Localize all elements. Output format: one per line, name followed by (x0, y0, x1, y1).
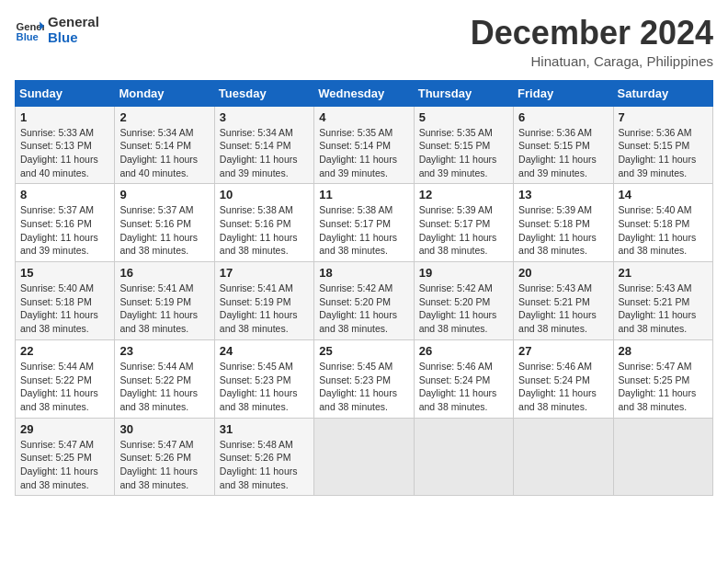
day-number: 20 (518, 266, 608, 280)
calendar-cell: 10 Sunrise: 5:38 AMSunset: 5:16 PMDaylig… (214, 184, 313, 262)
calendar-cell: 2 Sunrise: 5:34 AMSunset: 5:14 PMDayligh… (115, 106, 214, 184)
day-number: 25 (319, 344, 408, 358)
day-number: 13 (518, 188, 608, 201)
day-number: 28 (619, 344, 708, 358)
calendar-cell: 20 Sunrise: 5:43 AMSunset: 5:21 PMDaylig… (514, 262, 613, 340)
day-number: 29 (20, 422, 109, 436)
day-info: Sunrise: 5:35 AMSunset: 5:14 PMDaylight:… (319, 127, 397, 178)
day-info: Sunrise: 5:40 AMSunset: 5:18 PMDaylight:… (619, 204, 697, 256)
day-info: Sunrise: 5:40 AMSunset: 5:18 PMDaylight:… (20, 282, 98, 334)
day-number: 1 (20, 110, 109, 124)
day-number: 10 (220, 188, 309, 201)
day-number: 2 (119, 110, 209, 124)
day-info: Sunrise: 5:45 AMSunset: 5:23 PMDaylight:… (220, 361, 298, 412)
col-wednesday: Wednesday (314, 80, 414, 106)
day-info: Sunrise: 5:38 AMSunset: 5:17 PMDaylight:… (319, 204, 397, 256)
day-info: Sunrise: 5:47 AMSunset: 5:26 PMDaylight:… (119, 439, 198, 490)
calendar-cell (613, 418, 712, 496)
calendar-row: 8 Sunrise: 5:37 AMSunset: 5:16 PMDayligh… (16, 184, 713, 262)
day-number: 26 (419, 344, 508, 358)
calendar-cell: 29 Sunrise: 5:47 AMSunset: 5:25 PMDaylig… (16, 418, 115, 496)
day-info: Sunrise: 5:41 AMSunset: 5:19 PMDaylight:… (119, 282, 198, 334)
calendar-cell: 18 Sunrise: 5:42 AMSunset: 5:20 PMDaylig… (314, 262, 414, 340)
calendar-cell: 12 Sunrise: 5:39 AMSunset: 5:17 PMDaylig… (414, 184, 513, 262)
day-info: Sunrise: 5:38 AMSunset: 5:16 PMDaylight:… (220, 204, 298, 256)
month-title: December 2024 (471, 15, 713, 52)
calendar-cell: 16 Sunrise: 5:41 AMSunset: 5:19 PMDaylig… (115, 262, 214, 340)
calendar-row: 1 Sunrise: 5:33 AMSunset: 5:13 PMDayligh… (16, 106, 713, 184)
day-info: Sunrise: 5:42 AMSunset: 5:20 PMDaylight:… (419, 282, 497, 334)
day-info: Sunrise: 5:42 AMSunset: 5:20 PMDaylight:… (319, 282, 397, 334)
day-number: 19 (419, 266, 508, 280)
calendar-cell: 24 Sunrise: 5:45 AMSunset: 5:23 PMDaylig… (214, 339, 313, 418)
logo: General Blue General Blue (15, 15, 99, 45)
day-info: Sunrise: 5:36 AMSunset: 5:15 PMDaylight:… (518, 127, 597, 178)
day-number: 4 (319, 110, 408, 124)
day-number: 14 (619, 188, 708, 201)
day-number: 21 (619, 266, 708, 280)
calendar-cell: 4 Sunrise: 5:35 AMSunset: 5:14 PMDayligh… (314, 106, 414, 184)
calendar-table: Sunday Monday Tuesday Wednesday Thursday… (15, 80, 713, 497)
day-info: Sunrise: 5:39 AMSunset: 5:18 PMDaylight:… (518, 204, 597, 256)
day-info: Sunrise: 5:33 AMSunset: 5:13 PMDaylight:… (20, 127, 98, 178)
calendar-cell: 8 Sunrise: 5:37 AMSunset: 5:16 PMDayligh… (16, 184, 115, 262)
calendar-cell (414, 418, 513, 496)
day-info: Sunrise: 5:43 AMSunset: 5:21 PMDaylight:… (619, 282, 697, 334)
day-number: 23 (119, 344, 209, 358)
day-info: Sunrise: 5:36 AMSunset: 5:15 PMDaylight:… (619, 127, 697, 178)
calendar-cell: 21 Sunrise: 5:43 AMSunset: 5:21 PMDaylig… (613, 262, 712, 340)
day-info: Sunrise: 5:47 AMSunset: 5:25 PMDaylight:… (619, 361, 697, 412)
day-number: 24 (220, 344, 309, 358)
day-number: 15 (20, 266, 109, 280)
calendar-cell: 31 Sunrise: 5:48 AMSunset: 5:26 PMDaylig… (214, 418, 313, 496)
calendar-cell: 7 Sunrise: 5:36 AMSunset: 5:15 PMDayligh… (613, 106, 712, 184)
day-number: 7 (619, 110, 708, 124)
day-info: Sunrise: 5:46 AMSunset: 5:24 PMDaylight:… (518, 361, 597, 412)
day-info: Sunrise: 5:37 AMSunset: 5:16 PMDaylight:… (20, 204, 98, 256)
calendar-cell: 19 Sunrise: 5:42 AMSunset: 5:20 PMDaylig… (414, 262, 513, 340)
day-number: 17 (220, 266, 309, 280)
logo-icon: General Blue (15, 16, 44, 45)
calendar-cell: 25 Sunrise: 5:45 AMSunset: 5:23 PMDaylig… (314, 339, 414, 418)
calendar-body: 1 Sunrise: 5:33 AMSunset: 5:13 PMDayligh… (16, 106, 713, 496)
day-info: Sunrise: 5:47 AMSunset: 5:25 PMDaylight:… (20, 439, 98, 490)
calendar-cell: 9 Sunrise: 5:37 AMSunset: 5:16 PMDayligh… (115, 184, 214, 262)
col-thursday: Thursday (414, 80, 513, 106)
calendar-cell: 28 Sunrise: 5:47 AMSunset: 5:25 PMDaylig… (613, 339, 712, 418)
day-number: 22 (20, 344, 109, 358)
calendar-row: 15 Sunrise: 5:40 AMSunset: 5:18 PMDaylig… (16, 262, 713, 340)
day-info: Sunrise: 5:45 AMSunset: 5:23 PMDaylight:… (319, 361, 397, 412)
day-number: 11 (319, 188, 408, 201)
calendar-row: 22 Sunrise: 5:44 AMSunset: 5:22 PMDaylig… (16, 339, 713, 418)
day-info: Sunrise: 5:48 AMSunset: 5:26 PMDaylight:… (220, 439, 298, 490)
calendar-row: 29 Sunrise: 5:47 AMSunset: 5:25 PMDaylig… (16, 418, 713, 496)
calendar-cell (314, 418, 414, 496)
day-info: Sunrise: 5:44 AMSunset: 5:22 PMDaylight:… (20, 361, 98, 412)
day-number: 27 (518, 344, 608, 358)
location: Hinatuan, Caraga, Philippines (471, 53, 713, 69)
logo-text: General Blue (48, 15, 99, 45)
page-header: General Blue General Blue December 2024 … (15, 15, 713, 69)
day-info: Sunrise: 5:37 AMSunset: 5:16 PMDaylight:… (119, 204, 198, 256)
calendar-cell: 1 Sunrise: 5:33 AMSunset: 5:13 PMDayligh… (16, 106, 115, 184)
day-number: 3 (220, 110, 309, 124)
day-number: 8 (20, 188, 109, 201)
calendar-cell: 13 Sunrise: 5:39 AMSunset: 5:18 PMDaylig… (514, 184, 613, 262)
calendar-cell: 17 Sunrise: 5:41 AMSunset: 5:19 PMDaylig… (214, 262, 313, 340)
calendar-cell: 5 Sunrise: 5:35 AMSunset: 5:15 PMDayligh… (414, 106, 513, 184)
svg-text:Blue: Blue (17, 31, 39, 42)
day-number: 12 (419, 188, 508, 201)
calendar-cell: 23 Sunrise: 5:44 AMSunset: 5:22 PMDaylig… (115, 339, 214, 418)
calendar-cell: 6 Sunrise: 5:36 AMSunset: 5:15 PMDayligh… (514, 106, 613, 184)
col-sunday: Sunday (16, 80, 115, 106)
weekday-header-row: Sunday Monday Tuesday Wednesday Thursday… (16, 80, 713, 106)
calendar-cell: 11 Sunrise: 5:38 AMSunset: 5:17 PMDaylig… (314, 184, 414, 262)
calendar-cell: 30 Sunrise: 5:47 AMSunset: 5:26 PMDaylig… (115, 418, 214, 496)
day-info: Sunrise: 5:34 AMSunset: 5:14 PMDaylight:… (119, 127, 198, 178)
title-block: December 2024 Hinatuan, Caraga, Philippi… (471, 15, 713, 69)
day-number: 16 (119, 266, 209, 280)
col-friday: Friday (514, 80, 613, 106)
day-number: 9 (119, 188, 209, 201)
day-info: Sunrise: 5:44 AMSunset: 5:22 PMDaylight:… (119, 361, 198, 412)
day-number: 31 (220, 422, 309, 436)
